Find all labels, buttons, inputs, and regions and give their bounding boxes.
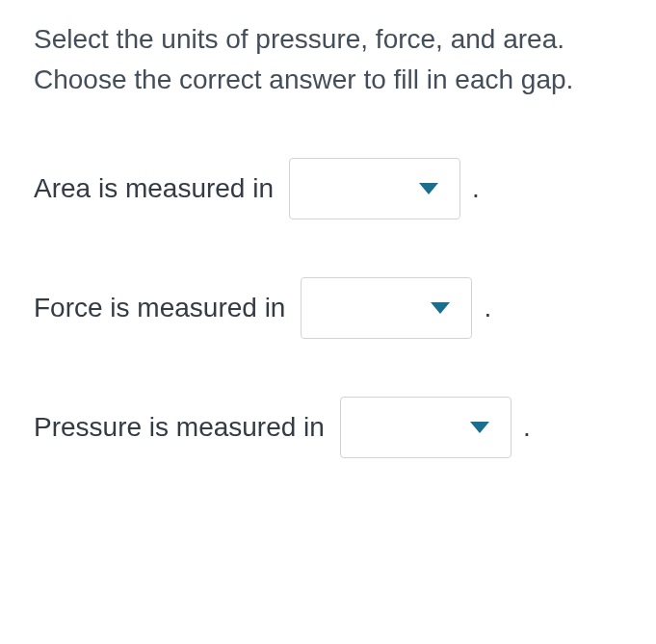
question-row-pressure: Pressure is measured in . (34, 397, 622, 458)
question-row-force: Force is measured in . (34, 277, 622, 339)
period: . (472, 173, 480, 204)
instruction-text: Select the units of pressure, force, and… (34, 19, 622, 100)
instruction-line-1: Select the units of pressure, force, and… (34, 24, 564, 54)
pressure-dropdown[interactable] (340, 397, 512, 458)
pressure-label: Pressure is measured in (34, 412, 325, 443)
force-label: Force is measured in (34, 293, 285, 323)
area-label: Area is measured in (34, 173, 274, 204)
force-dropdown[interactable] (301, 277, 472, 339)
period: . (484, 293, 491, 323)
chevron-down-icon (470, 422, 489, 433)
question-row-area: Area is measured in . (34, 158, 622, 219)
area-dropdown[interactable] (289, 158, 460, 219)
chevron-down-icon (419, 183, 438, 194)
chevron-down-icon (431, 302, 450, 314)
period: . (523, 412, 531, 443)
instruction-line-2: Choose the correct answer to fill in eac… (34, 64, 573, 94)
